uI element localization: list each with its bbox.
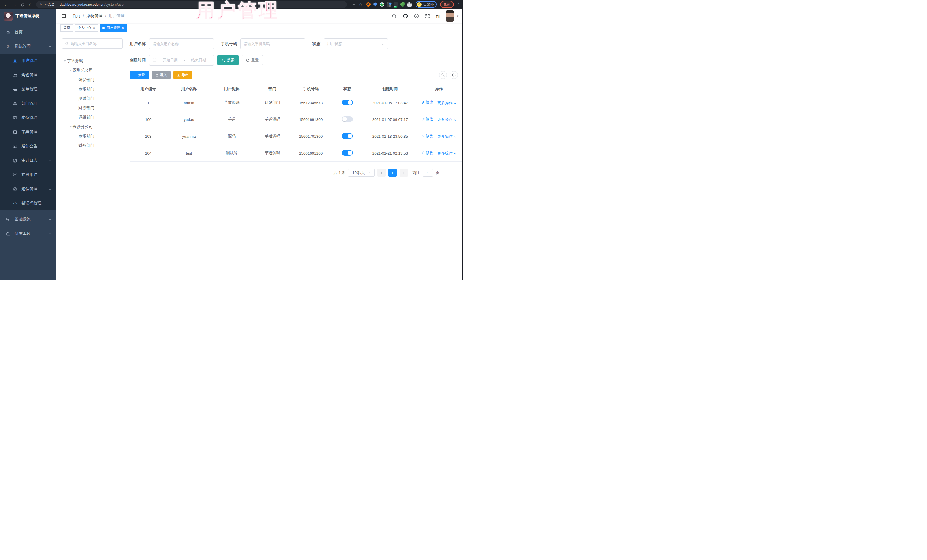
tree-node[interactable]: 市场部门 — [62, 84, 123, 94]
breadcrumb-system[interactable]: 系统管理 — [87, 14, 102, 18]
browser-back-icon[interactable]: ← — [3, 0, 10, 9]
close-icon[interactable]: × — [122, 26, 124, 30]
sidebar-item-audit-log[interactable]: 审计日志 — [0, 153, 56, 168]
tree-node[interactable]: 运维部门 — [62, 112, 123, 122]
more-actions-link[interactable]: 更多操作 — [437, 100, 457, 106]
browser-update-button[interactable]: 更新 — [440, 1, 454, 8]
tab-label: 个人中心 — [78, 25, 91, 30]
app-logo — [4, 12, 12, 21]
tree-node[interactable]: 深圳总公司 — [62, 65, 123, 75]
sidebar-item-dev-tools[interactable]: 研发工具 — [0, 226, 56, 241]
search-button[interactable]: 搜索 — [217, 55, 239, 65]
security-warning-label[interactable]: 不安全 — [44, 2, 55, 7]
extension-green-icon[interactable] — [380, 2, 384, 6]
url-text[interactable]: dashboard.yudao.iocoder.cn/system/user — [59, 3, 125, 6]
date-range-picker[interactable]: 开始日期 - 结束日期 — [149, 55, 214, 65]
sidebar-item-post-mgmt[interactable]: 岗位管理 — [0, 111, 56, 125]
import-button[interactable]: 导入 — [152, 71, 170, 79]
tab-profile[interactable]: 个人中心 × — [75, 24, 98, 32]
add-button[interactable]: ＋ 新增 — [130, 71, 149, 79]
close-icon[interactable]: × — [93, 26, 95, 30]
tree-node[interactable]: 市场部门 — [62, 132, 123, 141]
caret-down-icon[interactable] — [62, 59, 67, 62]
status-toggle[interactable] — [342, 150, 353, 156]
dept-search-box[interactable] — [62, 38, 123, 49]
avatar-caret-icon[interactable]: ▾ — [457, 14, 458, 18]
tree-node-label: 深圳总公司 — [73, 68, 93, 73]
export-button[interactable]: 导出 — [173, 71, 192, 79]
tree-node[interactable]: 财务部门 — [62, 141, 123, 150]
sidebar-item-menu-mgmt[interactable]: 菜单管理 — [0, 82, 56, 96]
github-icon[interactable] — [403, 14, 408, 18]
sidebar-item-dept-mgmt[interactable]: 部门管理 — [0, 96, 56, 111]
edit-link[interactable]: 修改 — [421, 150, 433, 155]
sidebar-item-notice[interactable]: 通知公告 — [0, 139, 56, 153]
address-bar[interactable]: ⚠ 不安全 dashboard.yudao.iocoder.cn/system/… — [36, 1, 347, 8]
browser-profile-chip[interactable]: ☺ 已暂停 — [416, 1, 437, 8]
browser-menu-icon[interactable]: ⋮ — [457, 2, 460, 7]
tree-node[interactable]: 财务部门 — [62, 103, 123, 112]
collapse-menu-icon[interactable] — [61, 14, 67, 18]
breadcrumb-home[interactable]: 首页 — [72, 14, 80, 18]
more-actions-link[interactable]: 更多操作 — [437, 151, 457, 156]
reset-button[interactable]: 重置 — [242, 55, 263, 65]
edit-link[interactable]: 修改 — [421, 134, 433, 138]
font-size-icon[interactable]: TT — [436, 14, 440, 18]
extension-switch-icon[interactable] — [394, 2, 398, 6]
sidebar-item-infrastructure[interactable]: 基础设施 — [0, 212, 56, 226]
more-actions-link[interactable]: 更多操作 — [437, 134, 457, 139]
extension-leaf-icon[interactable] — [400, 2, 405, 6]
tab-home[interactable]: 首页 — [61, 24, 73, 32]
toggle-search-icon-button[interactable] — [439, 71, 447, 79]
tree-node[interactable]: 芋道源码 — [62, 56, 123, 65]
password-key-icon[interactable] — [351, 2, 356, 7]
tree-node[interactable]: 长沙分公司 — [62, 122, 123, 132]
browser-home-icon[interactable]: ⌂ — [27, 0, 33, 9]
page-size-label: 10条/页 — [352, 170, 365, 175]
goto-page-input[interactable] — [423, 169, 433, 177]
caret-down-icon[interactable] — [68, 126, 73, 128]
fullscreen-icon[interactable] — [425, 14, 430, 18]
username-input[interactable] — [153, 42, 211, 46]
status-toggle[interactable] — [342, 133, 353, 139]
sidebar-item-home[interactable]: 首页 — [0, 25, 56, 39]
page-size-select[interactable]: 10条/页 — [348, 169, 374, 177]
caret-down-icon[interactable] — [68, 69, 73, 71]
extensions-puzzle-icon[interactable] — [407, 2, 412, 6]
sidebar-item-errorcode-mgmt[interactable]: </> 错误码管理 — [0, 196, 56, 211]
browser-reload-icon[interactable] — [19, 0, 26, 9]
page-number-1[interactable]: 1 — [389, 169, 397, 177]
user-avatar[interactable] — [446, 10, 453, 22]
sidebar-item-system[interactable]: ⚙ 系统管理 — [0, 39, 56, 54]
status-select[interactable]: 用户状态 — [324, 38, 388, 49]
prev-page-button[interactable] — [377, 169, 386, 177]
status-toggle[interactable] — [342, 116, 353, 122]
help-icon[interactable] — [414, 14, 419, 18]
sidebar-item-online-users[interactable]: 在线用户 — [0, 168, 56, 182]
edit-link[interactable]: 修改 — [421, 117, 433, 122]
sidebar-item-dict-mgmt[interactable]: 字典管理 — [0, 125, 56, 139]
sidebar-item-sms-mgmt[interactable]: 短信管理 — [0, 182, 56, 196]
browser-forward-icon[interactable]: → — [11, 0, 18, 9]
dept-search-input[interactable] — [71, 42, 120, 46]
mobile-input[interactable] — [244, 42, 302, 46]
extension-gem-icon[interactable] — [373, 2, 377, 6]
cell-dept: 芋道源码 — [252, 111, 292, 128]
browser-scrollbar[interactable] — [462, 0, 464, 280]
sidebar-item-user-mgmt[interactable]: 用户管理 — [0, 54, 56, 68]
status-toggle[interactable] — [342, 100, 353, 105]
extension-grid-icon[interactable] — [387, 2, 391, 6]
tab-label: 首页 — [63, 25, 70, 30]
more-actions-link[interactable]: 更多操作 — [437, 117, 457, 122]
header-search-icon[interactable] — [392, 14, 397, 18]
tree-node[interactable]: 测试部门 — [62, 94, 123, 103]
logo-row[interactable]: 芋道管理系统 — [0, 9, 56, 23]
edit-link[interactable]: 修改 — [421, 100, 433, 105]
tree-node[interactable]: 研发部门 — [62, 75, 123, 84]
next-page-button[interactable] — [400, 169, 408, 177]
tab-user-mgmt[interactable]: 用户管理 × — [100, 24, 127, 32]
extension-orange-icon[interactable] — [366, 2, 371, 6]
sidebar-item-role-mgmt[interactable]: 角色管理 — [0, 68, 56, 82]
bookmark-star-icon[interactable]: ☆ — [359, 2, 362, 6]
refresh-table-button[interactable] — [450, 71, 458, 79]
